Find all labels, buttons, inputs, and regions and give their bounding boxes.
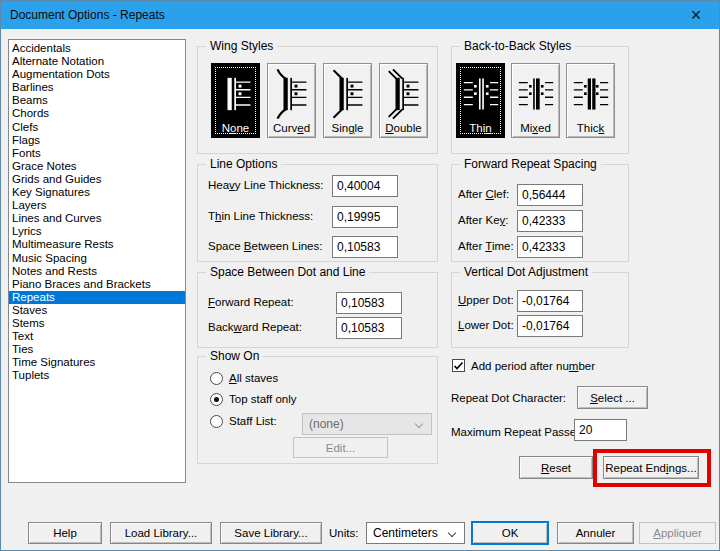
maximum-repeat-passes-label: Maximum Repeat Passes:: [451, 426, 585, 438]
wing-style-curved-label: Curved: [273, 122, 310, 134]
category-item-tuplets[interactable]: Tuplets: [9, 369, 185, 382]
repeat-single-wings-icon: [331, 68, 365, 120]
back-style-thick-label: Thick: [577, 122, 604, 134]
top-staff-only-radio[interactable]: [210, 393, 223, 406]
category-item-lyrics[interactable]: Lyrics: [9, 225, 185, 238]
show-on-group-label: Show On: [206, 349, 263, 363]
category-item-text[interactable]: Text: [9, 330, 185, 343]
category-item-notes-and-rests[interactable]: Notes and Rests: [9, 265, 185, 278]
repeat-dot-character-label: Repeat Dot Character:: [451, 392, 566, 404]
add-period-label: Add period after number: [471, 360, 595, 372]
upper-dot-input[interactable]: [517, 290, 583, 312]
heavy-line-thickness-label: Heavy Line Thickness:: [208, 179, 324, 191]
category-item-chords[interactable]: Chords: [9, 107, 185, 120]
close-button[interactable]: ×: [673, 1, 719, 29]
vertical-dot-adjustment-group-label: Vertical Dot Adjustment: [460, 265, 592, 279]
category-item-layers[interactable]: Layers: [9, 199, 185, 212]
repeat-no-wings-icon: [219, 68, 253, 120]
repeat-curved-wings-icon: [275, 68, 309, 120]
add-period-checkbox[interactable]: [452, 359, 465, 372]
reset-button[interactable]: Reset: [519, 456, 593, 479]
chevron-down-icon: [448, 529, 456, 537]
forward-repeat-label: Forward Repeat:: [208, 296, 294, 308]
after-key-input[interactable]: [517, 210, 583, 232]
forward-repeat-spacing-group: Forward Repeat Spacing After Clef: After…: [451, 164, 629, 262]
all-staves-label: All staves: [229, 372, 278, 384]
line-options-group-label: Line Options: [206, 157, 281, 171]
save-library-button[interactable]: Save Library...: [220, 522, 322, 544]
category-item-ties[interactable]: Ties: [9, 343, 185, 356]
back-to-back-styles-group-label: Back-to-Back Styles: [460, 39, 575, 53]
wing-style-double-label: Double: [385, 122, 421, 134]
select-button[interactable]: Select ...: [577, 386, 648, 409]
close-icon: ×: [691, 6, 702, 24]
back-style-thin-label: Thin: [469, 122, 491, 134]
apply-button[interactable]: Appliquer: [639, 522, 716, 544]
category-item-repeats[interactable]: Repeats: [9, 291, 185, 304]
category-item-grace-notes[interactable]: Grace Notes: [9, 160, 185, 173]
after-key-label: After Key:: [458, 214, 509, 226]
lower-dot-input[interactable]: [517, 315, 583, 337]
category-item-music-spacing[interactable]: Music Spacing: [9, 252, 185, 265]
back-to-back-thick-icon: [573, 68, 609, 120]
after-clef-label: After Clef:: [458, 188, 509, 200]
category-item-clefs[interactable]: Clefs: [9, 121, 185, 134]
all-staves-radio[interactable]: [210, 372, 223, 385]
titlebar: Document Options - Repeats ×: [1, 1, 719, 29]
units-dropdown[interactable]: Centimeters: [366, 522, 465, 544]
wing-style-none-label: None: [222, 122, 250, 134]
thin-line-thickness-input[interactable]: [332, 206, 398, 228]
top-staff-only-label: Top staff only: [229, 393, 297, 405]
line-options-group: Line Options Heavy Line Thickness: Thin …: [197, 164, 438, 262]
vertical-dot-adjustment-group: Vertical Dot Adjustment Upper Dot: Lower…: [451, 272, 629, 348]
wing-style-curved-button[interactable]: Curved: [267, 63, 316, 138]
category-item-beams[interactable]: Beams: [9, 94, 185, 107]
staff-list-label: Staff List:: [229, 415, 277, 427]
after-clef-input[interactable]: [517, 184, 583, 206]
check-mark-icon: [453, 360, 464, 371]
staff-list-dropdown[interactable]: (none): [302, 413, 432, 435]
back-to-back-thin-icon: [463, 68, 499, 120]
ok-button[interactable]: OK: [471, 521, 549, 545]
category-item-alternate-notation[interactable]: Alternate Notation: [9, 55, 185, 68]
category-item-staves[interactable]: Staves: [9, 304, 185, 317]
back-style-thick-button[interactable]: Thick: [566, 63, 615, 138]
backward-repeat-label: Backward Repeat:: [208, 321, 302, 333]
category-item-multimeasure-rests[interactable]: Multimeasure Rests: [9, 238, 185, 251]
load-library-button[interactable]: Load Library...: [110, 522, 212, 544]
category-item-accidentals[interactable]: Accidentals: [9, 42, 185, 55]
category-item-piano-braces-and-brackets[interactable]: Piano Braces and Brackets: [9, 278, 185, 291]
show-on-group: Show On All staves Top staff only Staff …: [197, 356, 438, 464]
cancel-button[interactable]: Annuler: [557, 522, 634, 544]
wing-style-single-button[interactable]: Single: [323, 63, 372, 138]
maximum-repeat-passes-input[interactable]: [574, 419, 627, 441]
after-time-input[interactable]: [517, 236, 583, 258]
category-item-flags[interactable]: Flags: [9, 134, 185, 147]
help-button[interactable]: Help: [28, 522, 102, 544]
space-between-lines-input[interactable]: [332, 236, 398, 258]
staff-list-radio[interactable]: [210, 415, 223, 428]
back-to-back-mixed-icon: [518, 68, 554, 120]
category-item-key-signatures[interactable]: Key Signatures: [9, 186, 185, 199]
back-to-back-styles-group: Back-to-Back Styles Thin: [451, 46, 629, 154]
category-item-lines-and-curves[interactable]: Lines and Curves: [9, 212, 185, 225]
forward-repeat-input[interactable]: [336, 292, 402, 314]
wing-style-double-button[interactable]: Double: [379, 63, 428, 138]
dialog-title: Document Options - Repeats: [10, 8, 165, 22]
category-item-barlines[interactable]: Barlines: [9, 81, 185, 94]
category-item-time-signatures[interactable]: Time Signatures: [9, 356, 185, 369]
wing-styles-group: Wing Styles None Curved: [197, 46, 438, 154]
category-item-fonts[interactable]: Fonts: [9, 147, 185, 160]
wing-styles-group-label: Wing Styles: [206, 39, 277, 53]
thin-line-thickness-label: Thin Line Thickness:: [208, 210, 313, 222]
red-highlight-annotation: [593, 449, 711, 487]
category-item-augmentation-dots[interactable]: Augmentation Dots: [9, 68, 185, 81]
back-style-mixed-button[interactable]: Mixed: [511, 63, 560, 138]
backward-repeat-input[interactable]: [336, 317, 402, 339]
back-style-thin-button[interactable]: Thin: [456, 63, 505, 138]
heavy-line-thickness-input[interactable]: [332, 175, 398, 197]
category-item-stems[interactable]: Stems: [9, 317, 185, 330]
edit-button[interactable]: Edit...: [293, 437, 388, 458]
category-item-grids-and-guides[interactable]: Grids and Guides: [9, 173, 185, 186]
wing-style-none-button[interactable]: None: [211, 63, 260, 138]
